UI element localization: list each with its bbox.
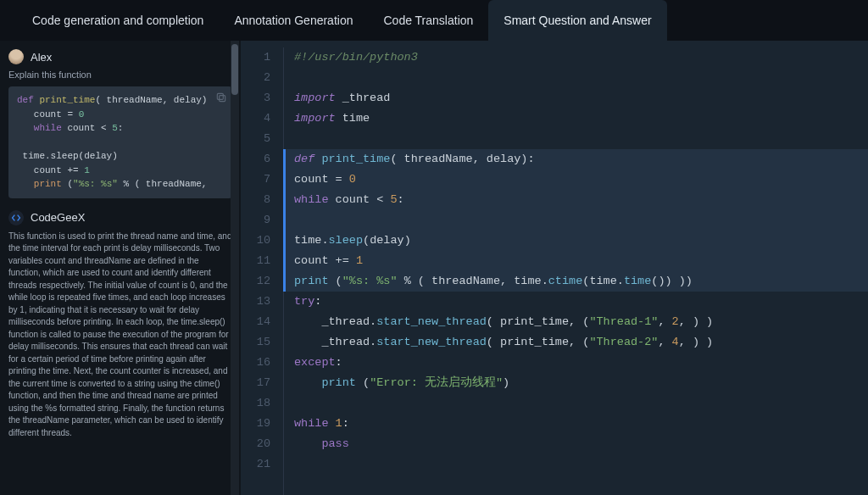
copy-icon[interactable] [215,92,227,103]
line-number: 11 [241,251,270,271]
line-number: 21 [241,454,270,475]
code-line[interactable] [286,210,868,231]
code-line[interactable]: _thread.start_new_thread( print_time, ("… [286,312,868,332]
snippet-line: print ("%s: %s" % ( threadName, [17,177,225,192]
code-line[interactable]: while count < 5: [286,190,868,210]
assistant-header: CodeGeeX [8,210,232,225]
snippet-line: time.sleep(delay) [17,149,225,164]
code-line[interactable]: time.sleep(delay) [286,231,868,251]
code-line[interactable]: print ("Error: 无法启动线程") [286,373,868,393]
line-number: 19 [241,414,270,434]
line-number: 15 [241,332,270,353]
code-line[interactable] [286,454,868,475]
line-number: 3 [241,88,270,108]
code-line[interactable]: count = 0 [286,170,868,190]
line-number: 8 [241,190,270,210]
tab-0[interactable]: Code generation and completion [17,0,219,41]
editor-code-area[interactable]: #!/usr/bin/python3 import _threadimport … [283,47,868,495]
tab-1[interactable]: Annotation Generation [219,0,368,41]
line-number: 13 [241,292,270,312]
line-number: 7 [241,170,270,190]
line-number: 5 [241,129,270,149]
line-number: 16 [241,353,270,373]
code-line[interactable]: try: [286,292,868,312]
svg-rect-0 [220,96,225,102]
snippet-line: while count < 5: [17,121,225,136]
line-number: 6 [241,149,270,170]
code-line[interactable]: while 1: [286,414,868,434]
code-line[interactable] [286,129,868,149]
line-number: 12 [241,271,270,292]
snippet-line: count += 1 [17,164,225,178]
code-line[interactable]: import time [286,108,868,129]
code-line[interactable]: _thread.start_new_thread( print_time, ("… [286,332,868,353]
code-line[interactable]: #!/usr/bin/python3 [286,47,868,68]
line-number: 2 [241,68,270,88]
avatar [8,49,24,64]
chat-sidebar: Alex Explain this function def print_tim… [0,41,241,495]
snippet-line [17,136,225,150]
line-number: 4 [241,108,270,129]
tab-2[interactable]: Code Translation [368,0,488,41]
line-number: 1 [241,47,270,68]
line-number: 20 [241,434,270,454]
user-code-snippet: def print_time( threadName, delay) count… [8,86,232,198]
sidebar-scrollbar[interactable] [231,41,239,495]
code-line[interactable] [286,393,868,414]
tab-3[interactable]: Smart Question and Answer [488,0,666,41]
code-line[interactable]: except: [286,353,868,373]
main-split: Alex Explain this function def print_tim… [0,41,868,495]
user-prompt: Explain this function [8,70,232,80]
snippet-line: def print_time( threadName, delay) [17,93,225,108]
assistant-name: CodeGeeX [31,211,85,224]
line-number: 17 [241,373,270,393]
user-header: Alex [8,49,232,64]
svg-rect-1 [217,93,223,99]
tab-bar: Code generation and completionAnnotation… [0,0,868,41]
line-number: 9 [241,210,270,231]
line-number: 14 [241,312,270,332]
code-line[interactable]: count += 1 [286,251,868,271]
code-line[interactable] [286,68,868,88]
line-number: 18 [241,393,270,414]
codegeex-icon [8,210,24,225]
code-editor[interactable]: 123456789101112131415161718192021 #!/usr… [241,41,868,495]
code-line[interactable]: import _thread [286,88,868,108]
user-name: Alex [31,51,52,64]
code-line[interactable]: print ("%s: %s" % ( threadName, time.cti… [286,271,868,292]
code-line[interactable]: pass [286,434,868,454]
line-number: 10 [241,231,270,251]
snippet-line: count = 0 [17,108,225,122]
assistant-explanation: This function is used to print the threa… [8,231,232,440]
editor-gutter: 123456789101112131415161718192021 [241,47,283,495]
code-line[interactable]: def print_time( threadName, delay): [286,149,868,170]
